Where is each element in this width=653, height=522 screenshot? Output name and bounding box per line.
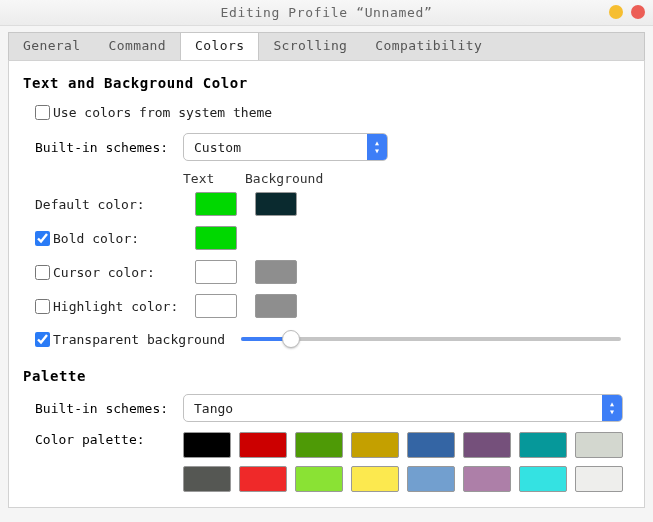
color-columns-header: Text Background <box>183 171 630 186</box>
window-controls <box>609 5 645 19</box>
palette-swatch-12[interactable] <box>407 466 455 492</box>
palette-swatch-13[interactable] <box>463 466 511 492</box>
palette-swatch-9[interactable] <box>239 466 287 492</box>
transparent-checkbox[interactable] <box>35 332 50 347</box>
default-text-swatch[interactable] <box>195 192 237 216</box>
highlight-bg-swatch[interactable] <box>255 294 297 318</box>
text-bg-heading: Text and Background Color <box>23 75 630 91</box>
slider-thumb[interactable] <box>282 330 300 348</box>
palette-swatch-5[interactable] <box>463 432 511 458</box>
palette-swatch-11[interactable] <box>351 466 399 492</box>
palette-swatch-10[interactable] <box>295 466 343 492</box>
col-bg-header: Background <box>245 171 323 186</box>
tab-compatibility[interactable]: Compatibility <box>361 33 496 60</box>
use-system-checkbox[interactable] <box>35 105 50 120</box>
palette-swatch-14[interactable] <box>519 466 567 492</box>
cursor-bg-swatch[interactable] <box>255 260 297 284</box>
palette-grid <box>183 432 623 492</box>
palette-swatch-1[interactable] <box>239 432 287 458</box>
cursor-checkbox[interactable] <box>35 265 50 280</box>
tab-scrolling[interactable]: Scrolling <box>259 33 361 60</box>
tab-colors[interactable]: Colors <box>180 33 259 60</box>
builtin-scheme-value: Custom <box>184 140 367 155</box>
palette-swatch-7[interactable] <box>575 432 623 458</box>
builtin-scheme-select[interactable]: Custom ▴▾ <box>183 133 388 161</box>
transparent-label: Transparent background <box>53 332 225 347</box>
bold-checkbox[interactable] <box>35 231 50 246</box>
palette-swatch-6[interactable] <box>519 432 567 458</box>
palette-scheme-row: Built-in schemes: Tango ▴▾ <box>35 394 630 422</box>
bold-text-swatch[interactable] <box>195 226 237 250</box>
builtin-scheme-row: Built-in schemes: Custom ▴▾ <box>35 133 630 161</box>
tab-bar: General Command Colors Scrolling Compati… <box>8 32 645 60</box>
default-color-label: Default color: <box>35 197 145 212</box>
cursor-text-swatch[interactable] <box>195 260 237 284</box>
transparent-slider[interactable] <box>241 337 621 341</box>
use-system-label: Use colors from system theme <box>53 105 272 120</box>
select-stepper-icon: ▴▾ <box>367 134 387 160</box>
palette-swatch-8[interactable] <box>183 466 231 492</box>
palette-swatch-4[interactable] <box>407 432 455 458</box>
highlight-text-swatch[interactable] <box>195 294 237 318</box>
transparent-row: Transparent background <box>35 328 630 350</box>
palette-scheme-label: Built-in schemes: <box>35 401 183 416</box>
select-stepper-icon: ▴▾ <box>602 395 622 421</box>
highlight-color-row: Highlight color: <box>35 294 630 318</box>
bold-label: Bold color: <box>53 231 139 246</box>
default-color-row: Default color: <box>35 192 630 216</box>
minimize-icon[interactable] <box>609 5 623 19</box>
palette-scheme-select[interactable]: Tango ▴▾ <box>183 394 623 422</box>
close-icon[interactable] <box>631 5 645 19</box>
palette-swatch-15[interactable] <box>575 466 623 492</box>
default-bg-swatch[interactable] <box>255 192 297 216</box>
palette-grid-label: Color palette: <box>35 432 183 447</box>
palette-grid-row: Color palette: <box>35 432 630 492</box>
col-text-header: Text <box>183 171 227 186</box>
palette-swatch-0[interactable] <box>183 432 231 458</box>
palette-swatch-3[interactable] <box>351 432 399 458</box>
builtin-scheme-label: Built-in schemes: <box>35 140 183 155</box>
bold-color-row: Bold color: <box>35 226 630 250</box>
highlight-checkbox[interactable] <box>35 299 50 314</box>
window-title: Editing Profile “Unnamed” <box>221 5 433 20</box>
palette-heading: Palette <box>23 368 630 384</box>
tab-general[interactable]: General <box>9 33 95 60</box>
cursor-label: Cursor color: <box>53 265 155 280</box>
tab-command[interactable]: Command <box>95 33 181 60</box>
palette-scheme-value: Tango <box>184 401 602 416</box>
use-system-row: Use colors from system theme <box>35 101 630 123</box>
colors-panel: Text and Background Color Use colors fro… <box>8 60 645 508</box>
highlight-label: Highlight color: <box>53 299 178 314</box>
titlebar: Editing Profile “Unnamed” <box>0 0 653 26</box>
palette-swatch-2[interactable] <box>295 432 343 458</box>
cursor-color-row: Cursor color: <box>35 260 630 284</box>
